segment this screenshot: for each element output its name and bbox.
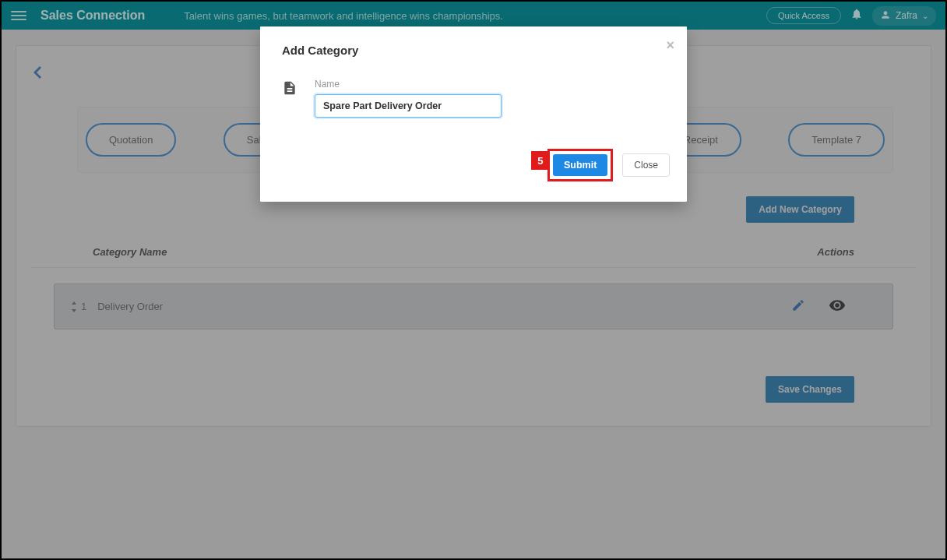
modal-overlay-header	[2, 2, 945, 30]
close-button[interactable]: Close	[622, 153, 670, 177]
document-icon	[282, 80, 297, 99]
name-field-group: Name	[315, 79, 670, 118]
step-badge: 5	[531, 151, 550, 170]
name-label: Name	[315, 79, 670, 90]
add-category-modal: × Add Category Name 5 Submit Close	[260, 26, 687, 202]
close-icon[interactable]: ×	[666, 37, 674, 54]
modal-form-row: Name	[282, 79, 670, 118]
modal-title: Add Category	[282, 44, 670, 57]
submit-button[interactable]: Submit	[553, 154, 607, 176]
name-input[interactable]	[315, 94, 502, 118]
modal-actions: 5 Submit Close	[282, 149, 670, 181]
submit-highlight-box: 5 Submit	[547, 149, 613, 181]
